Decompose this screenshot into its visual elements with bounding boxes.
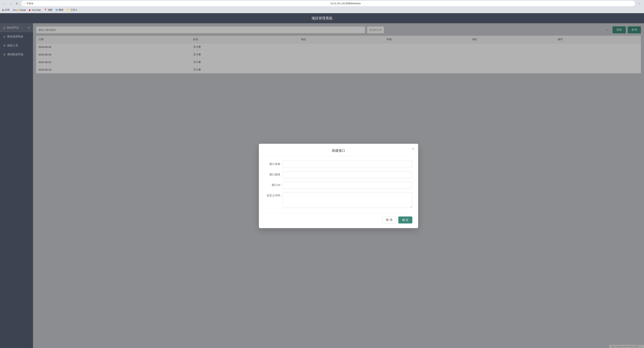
- sidebar-item-tools-label: 效能工具: [7, 44, 18, 47]
- form-row-name: 接口名称: [265, 161, 412, 168]
- modal-overlay: 新建接口 × 接口名称 接口描述 接口url: [33, 23, 644, 348]
- bookmark-apps-label: 应用: [5, 8, 10, 12]
- bookmark-translate-label: 翻译: [59, 8, 64, 12]
- bookmark-gmail[interactable]: Gmai Gmail: [12, 8, 26, 11]
- field-input-url[interactable]: [282, 182, 412, 189]
- sidebar-item-tools[interactable]: ⚙ 效能工具: [0, 41, 33, 50]
- app-title: 项目管理系统: [312, 16, 332, 20]
- field-label-code: 自定义代码: [265, 192, 280, 197]
- google-icon: Gmai: [12, 8, 19, 11]
- address-bar[interactable]: ⚠ 不安全 10.12.161.142:8080/interface: [21, 1, 635, 6]
- modal-close-button[interactable]: ×: [412, 147, 414, 151]
- field-input-name[interactable]: [282, 161, 412, 168]
- bookmark-maps[interactable]: 📍 地图: [44, 8, 52, 12]
- field-label-name: 接口名称: [265, 161, 280, 166]
- sidebar: ◎ Mock平台 ▼ ⊝ 测试场景构造 ⚙ 效能工具 ⚙ 测试数据导航: [0, 23, 33, 348]
- sidebar-item-mock-label: Mock平台: [7, 26, 19, 29]
- mock-icon: ◎: [3, 26, 6, 29]
- reload-button[interactable]: ↻: [14, 1, 20, 6]
- sidebar-item-scenarios[interactable]: ⊝ 测试场景构造: [0, 32, 33, 41]
- confirm-button[interactable]: 确 定: [398, 216, 412, 223]
- url-text: 10.12.161.142:8080/interface: [330, 2, 633, 5]
- sidebar-item-mock[interactable]: ◎ Mock平台 ▼: [0, 23, 33, 32]
- bookmark-youtube[interactable]: ▶ YouTube: [29, 8, 41, 11]
- folder-icon: 📁: [66, 8, 70, 11]
- bookmark-imported-label: 已导入: [70, 8, 78, 12]
- data-nav-icon: ⚙: [3, 53, 6, 56]
- field-textarea-code[interactable]: [282, 192, 412, 208]
- bookmark-maps-label: 地图: [48, 8, 52, 12]
- grid-icon: ⊝: [3, 35, 6, 38]
- modal-dialog: 新建接口 × 接口名称 接口描述 接口url: [259, 144, 418, 228]
- main-content: 请选择分类 ▼ 搜索 新增 日期 姓名 地址 本籍 地址 操作: [33, 23, 644, 348]
- browser-chrome: ← → ↻ ⚠ 不安全 10.12.161.142:8080/interface…: [0, 0, 644, 13]
- modal-title: 新建接口: [265, 148, 412, 156]
- sidebar-item-scenarios-label: 测试场景构造: [7, 35, 23, 38]
- bookmark-star-button[interactable]: ☆: [636, 1, 642, 6]
- tools-icon: ⚙: [3, 44, 6, 47]
- form-row-code: 自定义代码: [265, 192, 412, 208]
- app-header: 项目管理系统: [0, 13, 644, 23]
- apps-icon: ⊞: [2, 8, 4, 11]
- sidebar-item-data-nav[interactable]: ⚙ 测试数据导航: [0, 50, 33, 59]
- field-label-desc: 接口描述: [265, 171, 280, 176]
- form-row-desc: 接口描述: [265, 171, 412, 178]
- app-layout: ◎ Mock平台 ▼ ⊝ 测试场景构造 ⚙ 效能工具 ⚙ 测试数据导航 请选择分…: [0, 23, 644, 348]
- chevron-down-icon: ▼: [28, 26, 30, 29]
- security-icon: ⚠: [23, 2, 25, 5]
- translate-icon: 翻: [56, 8, 58, 12]
- field-label-url: 接口url: [265, 182, 280, 187]
- browser-controls: ← → ↻: [2, 1, 20, 6]
- bookmark-translate[interactable]: 翻 翻译: [56, 8, 64, 12]
- bookmark-gmail-label: Gmail: [20, 9, 26, 11]
- back-button[interactable]: ←: [2, 1, 8, 6]
- sidebar-item-data-nav-label: 测试数据导航: [7, 53, 24, 56]
- bookmarks-bar: ⊞ 应用 Gmai Gmail ▶ YouTube 📍 地图 翻 翻译 📁 已导…: [0, 7, 644, 13]
- browser-titlebar: ← → ↻ ⚠ 不安全 10.12.161.142:8080/interface…: [0, 0, 644, 7]
- forward-button[interactable]: →: [8, 1, 14, 6]
- bookmark-apps[interactable]: ⊞ 应用: [2, 8, 10, 12]
- youtube-icon: ▶: [29, 8, 31, 11]
- cancel-button[interactable]: 取 消: [382, 216, 396, 223]
- form-row-url: 接口url: [265, 182, 412, 189]
- bookmark-youtube-label: YouTube: [32, 9, 41, 11]
- modal-footer: 取 消 确 定: [265, 213, 412, 223]
- security-label: 不安全: [26, 2, 329, 5]
- maps-icon: 📍: [44, 8, 47, 11]
- field-input-desc[interactable]: [282, 171, 412, 178]
- bookmark-imported[interactable]: 📁 已导入: [66, 8, 78, 12]
